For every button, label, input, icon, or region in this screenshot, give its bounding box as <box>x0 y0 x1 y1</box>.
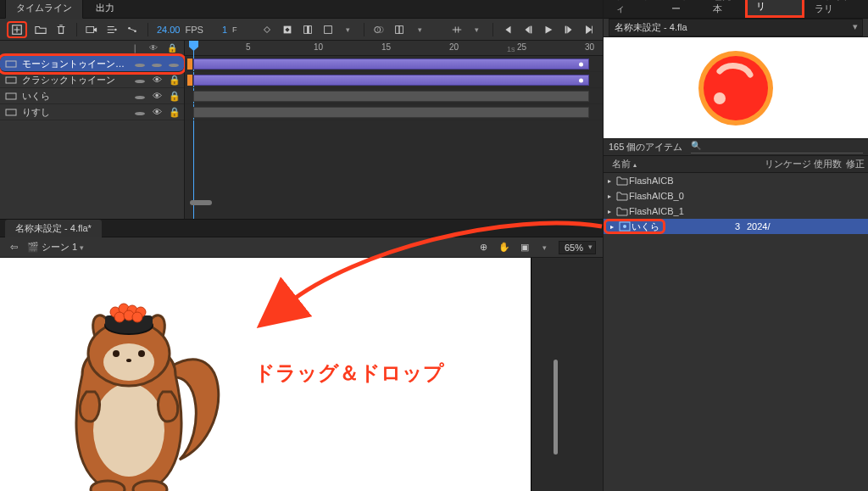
document-tab[interactable]: 名称未設定 - 4.fla* <box>5 220 102 237</box>
col-visibility-icon[interactable]: 👁 <box>148 43 159 53</box>
zoom-field[interactable]: 65% <box>559 241 596 254</box>
layer-type-icon <box>5 58 17 70</box>
go-last-frame-icon[interactable] <box>582 23 596 36</box>
tab-library[interactable]: ライブラリ <box>745 0 804 18</box>
col-use-count[interactable]: 使用数 <box>814 158 846 170</box>
stage-canvas[interactable]: ドラッグ＆ドロップ <box>0 258 531 491</box>
col-modified[interactable]: 修正 <box>846 158 868 170</box>
marker-icon[interactable] <box>450 23 464 36</box>
library-item[interactable]: ▸FlashAICB_0 <box>604 188 868 204</box>
expand-toggle[interactable]: ▸ <box>606 223 618 231</box>
svg-rect-16 <box>565 25 567 33</box>
highlight-toggle[interactable] <box>135 107 145 118</box>
library-item[interactable]: ▸FlashAICB <box>604 173 868 188</box>
tab-cc-library[interactable]: C ライブラリ <box>806 0 868 18</box>
lock-toggle[interactable]: 🔒 <box>169 107 179 118</box>
insert-frame-icon[interactable] <box>301 23 314 36</box>
library-item[interactable]: ▸いくら32024/ <box>604 219 868 234</box>
insert-keyframe-icon[interactable] <box>260 23 274 36</box>
tab-color[interactable]: カラー <box>663 0 702 18</box>
scene-label[interactable]: シーン 1 <box>42 242 77 252</box>
remove-frame-icon[interactable] <box>321 23 335 36</box>
visibility-toggle[interactable] <box>152 59 162 69</box>
track-row[interactable] <box>185 88 603 104</box>
scene-nav-icon[interactable]: ⇦ <box>7 241 20 254</box>
col-linkage[interactable]: リンケージ <box>765 158 814 170</box>
library-file-select[interactable]: 名称未設定 - 4.fla <box>609 19 863 36</box>
expand-toggle[interactable]: ▸ <box>604 177 615 185</box>
col-highlight-icon[interactable]: ❘ <box>130 43 140 53</box>
library-item-use: 3 <box>715 221 747 232</box>
expand-toggle[interactable]: ▸ <box>604 192 615 200</box>
step-forward-icon[interactable] <box>562 23 576 36</box>
connector-icon[interactable] <box>125 23 139 36</box>
layer-row[interactable]: いくら👁🔒 <box>0 88 184 104</box>
library-search-input[interactable] <box>691 141 863 153</box>
chevron-down-icon[interactable]: ▾ <box>342 23 355 36</box>
frame-span[interactable] <box>193 107 589 118</box>
tween-span[interactable] <box>193 59 589 70</box>
layer-row[interactable]: クラシックトゥイーン👁🔒 <box>0 72 184 88</box>
chevron-down-icon[interactable]: ▾ <box>413 23 426 36</box>
visibility-toggle[interactable]: 👁 <box>152 91 162 102</box>
track-row[interactable] <box>185 72 603 88</box>
col-lock-icon[interactable]: 🔒 <box>167 43 177 53</box>
visibility-toggle[interactable]: 👁 <box>152 107 162 118</box>
step-back-icon[interactable] <box>521 23 535 36</box>
horizontal-scrollbar[interactable] <box>190 200 212 205</box>
library-list[interactable]: ▸FlashAICB▸FlashAICB_0▸FlashAICB_1▸いくら32… <box>604 173 868 491</box>
play-icon[interactable] <box>542 23 555 36</box>
vertical-scrollbar[interactable] <box>554 360 558 455</box>
visibility-toggle[interactable]: 👁 <box>152 75 162 86</box>
tween-span[interactable] <box>193 75 589 86</box>
layer-name[interactable]: クラシックトゥイーン <box>22 74 130 86</box>
svg-rect-18 <box>6 77 16 83</box>
track-row[interactable] <box>185 104 603 120</box>
lock-toggle[interactable] <box>169 59 179 69</box>
layer-name[interactable]: いくら <box>22 90 130 103</box>
fps-value[interactable]: 24.00 <box>157 25 181 35</box>
current-frame-value[interactable]: 1 <box>222 25 227 35</box>
lock-toggle[interactable]: 🔒 <box>169 75 179 86</box>
insert-blank-keyframe-icon[interactable] <box>281 23 294 36</box>
library-item-mod: 2024/ <box>747 221 781 232</box>
clip-stage-icon[interactable]: ▣ <box>518 241 531 254</box>
onion-skin-icon[interactable] <box>372 23 386 36</box>
layer-name[interactable]: りすし <box>22 106 130 119</box>
frame-ruler[interactable]: 5 10 15 20 25 30 1s <box>185 41 603 56</box>
new-folder-icon[interactable] <box>34 23 47 36</box>
track-row[interactable] <box>185 56 603 72</box>
highlight-toggle[interactable] <box>135 75 145 86</box>
new-layer-icon[interactable] <box>10 23 24 36</box>
layer-depth-icon[interactable] <box>105 23 119 36</box>
center-stage-icon[interactable]: ⊕ <box>477 241 491 254</box>
track-panel[interactable]: 5 10 15 20 25 30 1s <box>185 41 603 219</box>
svg-point-42 <box>623 225 626 228</box>
layer-row[interactable]: りすし👁🔒 <box>0 104 184 120</box>
tab-swatch[interactable]: 色見本 <box>704 0 743 18</box>
col-name[interactable]: 名前 ▴ <box>604 158 765 170</box>
go-first-frame-icon[interactable] <box>501 23 515 36</box>
highlight-toggle[interactable] <box>135 91 145 102</box>
chevron-down-icon[interactable]: ▾ <box>80 243 84 252</box>
camera-icon[interactable] <box>85 23 98 36</box>
lock-toggle[interactable]: 🔒 <box>169 91 179 102</box>
expand-toggle[interactable]: ▸ <box>604 208 615 215</box>
tab-output[interactable]: 出力 <box>85 0 125 18</box>
tab-timeline[interactable]: タイムライン <box>5 0 83 19</box>
layer-name[interactable]: モーショントゥイーン… <box>22 58 130 70</box>
folder-icon <box>615 176 629 186</box>
layer-row[interactable]: モーショントゥイーン… <box>0 56 184 72</box>
highlight-toggle[interactable] <box>135 59 145 69</box>
trash-icon[interactable] <box>54 23 68 36</box>
tab-properties[interactable]: プロパティ <box>607 0 661 18</box>
stage[interactable]: ドラッグ＆ドロップ <box>0 258 603 491</box>
svg-rect-17 <box>6 61 16 67</box>
library-item[interactable]: ▸FlashAICB_1 <box>604 204 868 219</box>
edit-multiple-frames-icon[interactable] <box>392 23 406 36</box>
drag-drop-annotation: ドラッグ＆ドロップ <box>254 360 444 387</box>
frame-span[interactable] <box>193 91 589 102</box>
chevron-down-icon[interactable]: ▾ <box>538 241 552 254</box>
rotate-stage-icon[interactable]: ✋ <box>498 241 511 254</box>
chevron-down-icon[interactable]: ▾ <box>470 23 484 36</box>
